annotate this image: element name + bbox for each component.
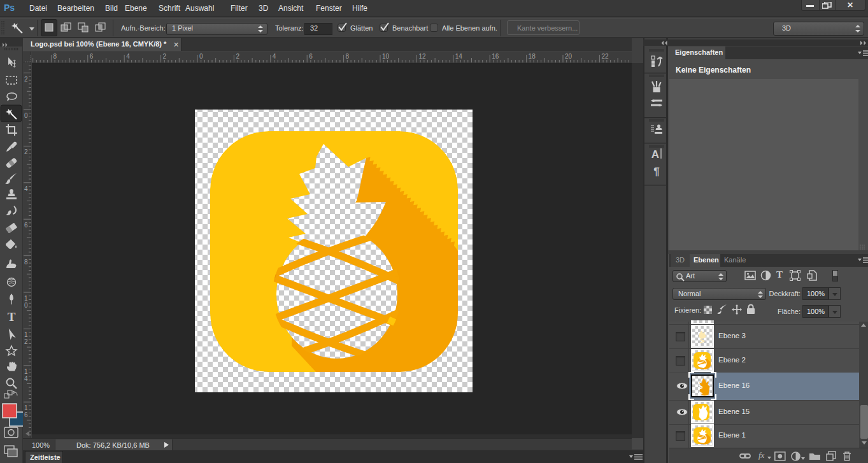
- svg-text:2: 2: [24, 148, 28, 155]
- svg-text:4: 4: [24, 185, 28, 192]
- svg-text:8: 8: [53, 53, 57, 60]
- svg-text:6: 6: [24, 411, 28, 418]
- svg-text:18: 18: [529, 53, 536, 60]
- svg-text:4: 4: [24, 375, 28, 382]
- svg-text:1: 1: [24, 331, 28, 338]
- svg-text:20: 20: [565, 53, 573, 60]
- svg-text:22: 22: [601, 53, 609, 60]
- svg-text:16: 16: [492, 53, 499, 60]
- svg-text:6: 6: [90, 53, 94, 60]
- svg-text:2: 2: [24, 76, 28, 83]
- svg-text:0: 0: [199, 53, 203, 60]
- svg-text:2: 2: [236, 53, 239, 60]
- svg-text:2: 2: [163, 53, 167, 60]
- svg-text:0: 0: [24, 112, 28, 119]
- svg-text:4: 4: [273, 53, 276, 60]
- svg-text:2: 2: [24, 338, 28, 345]
- svg-text:6: 6: [24, 222, 28, 229]
- svg-text:4: 4: [126, 53, 130, 60]
- svg-text:12: 12: [418, 53, 426, 60]
- svg-text:A: A: [651, 148, 659, 160]
- svg-text:¶: ¶: [653, 166, 659, 178]
- svg-text:14: 14: [455, 53, 463, 60]
- svg-text:8: 8: [24, 259, 28, 266]
- svg-text:8: 8: [346, 53, 350, 60]
- svg-text:1: 1: [24, 368, 28, 375]
- svg-text:1: 1: [24, 404, 28, 411]
- svg-text:10: 10: [382, 53, 390, 60]
- svg-text:1: 1: [24, 295, 28, 302]
- svg-text:T: T: [8, 310, 16, 324]
- svg-text:0: 0: [24, 302, 28, 309]
- svg-text:6: 6: [309, 53, 313, 60]
